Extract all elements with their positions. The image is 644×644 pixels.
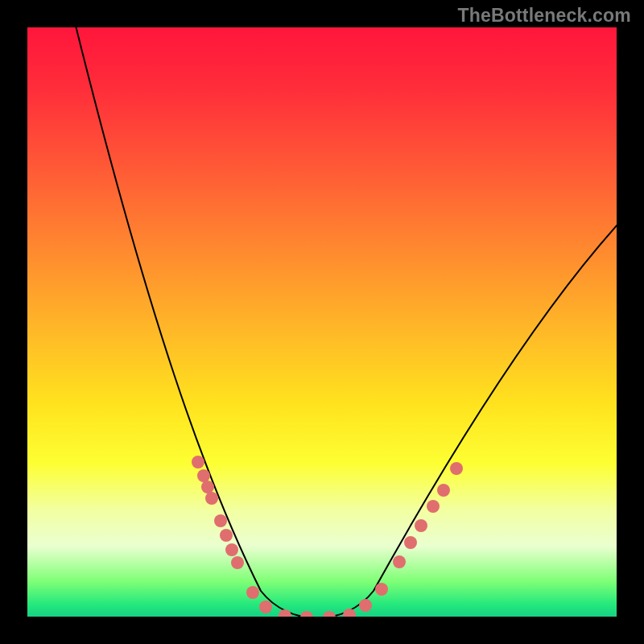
curve-marker — [214, 514, 227, 527]
bottleneck-curve — [74, 27, 617, 617]
marker-group — [192, 456, 463, 617]
curve-marker — [197, 469, 210, 482]
curve-marker — [437, 484, 450, 497]
curve-marker — [192, 456, 204, 469]
watermark: TheBottleneck.com — [457, 5, 631, 27]
curve-marker — [343, 609, 356, 617]
plot-area — [27, 27, 617, 617]
curve-marker — [220, 529, 233, 542]
curve-marker — [450, 462, 463, 475]
curve-marker — [393, 555, 406, 568]
curve-marker — [359, 599, 372, 612]
curve-marker — [201, 481, 214, 493]
curve-marker — [300, 611, 313, 617]
curve-marker — [415, 519, 427, 532]
curve-marker — [279, 609, 291, 617]
curve-marker — [259, 601, 272, 613]
curve-marker — [225, 543, 238, 556]
curve-marker — [323, 611, 336, 617]
curve-marker — [205, 492, 218, 505]
curve-marker — [246, 586, 259, 599]
curve-marker — [231, 556, 244, 569]
chart-frame: TheBottleneck.com — [0, 0, 644, 644]
curve-marker — [375, 583, 388, 596]
curve-marker — [404, 536, 417, 549]
curve-marker — [427, 500, 440, 513]
curve-layer — [27, 27, 617, 617]
